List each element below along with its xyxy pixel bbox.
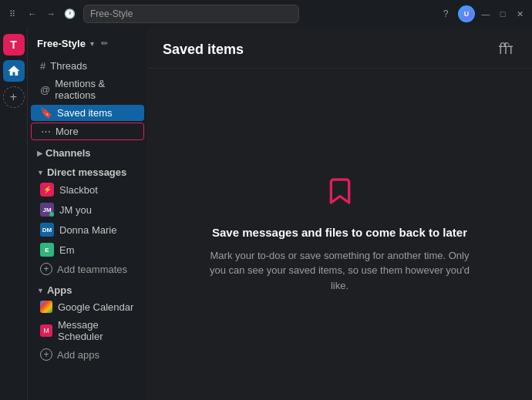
add-apps-label: Add apps [57, 349, 99, 361]
sidebar-item-threads[interactable]: # Threads [31, 58, 144, 74]
header-icon-button[interactable] [495, 39, 517, 60]
message-scheduler-label: Message Scheduler [58, 319, 135, 342]
jm-status [49, 212, 54, 217]
empty-state: Save messages and files to come back to … [209, 176, 471, 294]
titlebar-right: ? U — □ ✕ [438, 5, 526, 22]
more-label: More [56, 126, 79, 137]
slackbot-avatar-wrap: ⚡ [40, 183, 54, 197]
em-avatar-wrap: E [40, 243, 54, 257]
window-btn-1[interactable]: ⠿ [6, 8, 19, 20]
jm-name: JM you [59, 204, 92, 216]
sidebar-item-saved[interactable]: 🔖 Saved items [31, 105, 144, 121]
add-teammates-label: Add teammates [57, 264, 127, 275]
saved-icon: 🔖 [40, 107, 52, 119]
dm-slackbot[interactable]: ⚡ Slackbot [31, 180, 144, 199]
mentions-label: Mentions & reactions [55, 78, 135, 101]
add-teammates-button[interactable]: + Add teammates [31, 261, 144, 277]
mentions-icon: @ [40, 84, 50, 96]
dm-em[interactable]: E Em [31, 240, 144, 259]
apps-section-header[interactable]: ▼ Apps [28, 278, 147, 297]
content-body: Save messages and files to come back to … [147, 69, 532, 400]
minimize-button[interactable]: — [480, 8, 492, 20]
add-teammates-icon: + [40, 263, 52, 275]
google-calendar-icon [40, 301, 52, 313]
workspace-icon[interactable]: T [3, 34, 25, 55]
more-icon: ⋯ [41, 126, 51, 137]
user-avatar[interactable]: U [458, 5, 475, 22]
close-button[interactable]: ✕ [513, 8, 526, 20]
channels-section-header[interactable]: ▶ Channels [28, 141, 147, 160]
empty-state-title: Save messages and files to come back to … [212, 226, 467, 239]
channels-label: Channels [45, 147, 91, 159]
dm-label: Direct messages [47, 166, 126, 178]
app-message-scheduler[interactable]: M Message Scheduler [31, 317, 144, 345]
help-button[interactable]: ? [438, 6, 453, 22]
maximize-button[interactable]: □ [497, 8, 509, 20]
donna-avatar: DM [40, 223, 54, 237]
page-title: Saved items [163, 42, 244, 58]
sidebar-item-more[interactable]: ⋯ More [31, 123, 144, 140]
search-label: Free-Style [90, 8, 133, 19]
dm-jm[interactable]: JM JM you [31, 200, 144, 219]
message-scheduler-icon: M [40, 324, 52, 337]
workspace-chevron: ▾ [90, 39, 94, 48]
main-content: Saved items Save messages and files to c… [147, 28, 532, 400]
add-apps-icon: + [40, 348, 52, 361]
back-button[interactable]: ← [25, 6, 40, 22]
jm-avatar-wrap: JM [40, 203, 54, 217]
dm-section-header[interactable]: ▼ Direct messages [28, 160, 147, 180]
history-button[interactable]: 🕐 [62, 6, 77, 22]
add-workspace-button[interactable]: + [3, 86, 25, 108]
empty-state-description: Mark your to-dos or save something for a… [209, 248, 471, 294]
google-calendar-label: Google Calendar [58, 301, 133, 313]
apps-label: Apps [47, 284, 72, 296]
workspace-header[interactable]: Free-Style ▾ ✏ [28, 34, 147, 52]
saved-label: Saved items [57, 107, 113, 119]
header-actions [495, 39, 517, 60]
content-header: Saved items [147, 28, 532, 69]
nav-controls: ← → 🕐 [25, 6, 77, 22]
channels-chevron: ▶ [37, 150, 42, 157]
add-apps-button[interactable]: + Add apps [31, 346, 144, 363]
slackbot-avatar: ⚡ [40, 183, 54, 197]
slackbot-name: Slackbot [59, 184, 98, 196]
sidebar-item-mentions[interactable]: @ Mentions & reactions [31, 76, 144, 103]
dm-donna[interactable]: DM Donna Marie [31, 220, 144, 239]
threads-icon: # [40, 60, 45, 72]
sidebar-home-icon[interactable] [3, 60, 25, 82]
workspace-name: Free-Style [37, 38, 86, 49]
dm-chevron: ▼ [37, 169, 44, 176]
forward-button[interactable]: → [43, 6, 59, 22]
donna-name: Donna Marie [59, 224, 116, 236]
app-google-calendar[interactable]: Google Calendar [31, 298, 144, 315]
edit-workspace-icon[interactable]: ✏ [99, 37, 111, 49]
window-controls: ⠿ [6, 8, 19, 20]
bookmark-icon-large [325, 176, 355, 213]
title-bar: ⠿ ← → 🕐 Free-Style ? U — □ ✕ [0, 0, 532, 28]
app-layout: T + Free-Style ▾ ✏ # Threads @ Mentions … [0, 28, 532, 400]
donna-avatar-wrap: DM [40, 223, 54, 237]
icon-sidebar: T + [0, 28, 28, 400]
em-avatar: E [40, 243, 54, 257]
sidebar: Free-Style ▾ ✏ # Threads @ Mentions & re… [28, 28, 147, 400]
apps-chevron: ▼ [37, 287, 44, 294]
search-bar[interactable]: Free-Style [83, 5, 299, 23]
threads-label: Threads [50, 60, 87, 72]
em-name: Em [59, 244, 75, 256]
